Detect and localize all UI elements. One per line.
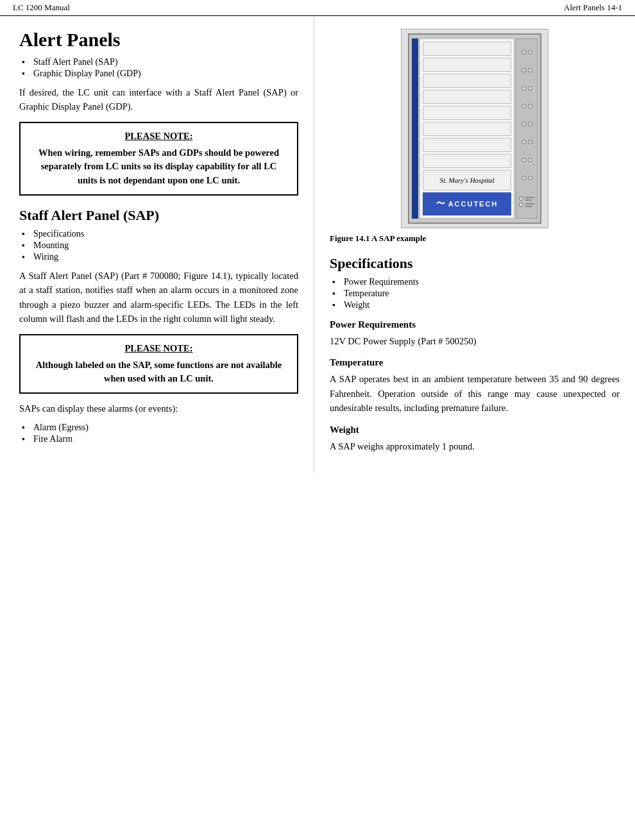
list-item: Staff Alert Panel (SAP) — [19, 57, 298, 67]
led — [528, 140, 532, 144]
sap-section-title: Staff Alert Panel (SAP) — [19, 207, 298, 224]
power-req-title: Power Requirements — [330, 319, 620, 330]
sap-intro-text: A Staff Alert Panel (SAP) (Part # 700080… — [19, 269, 298, 326]
weight-title: Weight — [330, 424, 620, 435]
specifications-title: Specifications — [330, 255, 620, 272]
sap-slot-5 — [423, 106, 511, 120]
list-item: Mounting — [19, 240, 298, 251]
temp-title: Temperature — [330, 357, 620, 368]
led — [528, 176, 532, 180]
note-box-1: PLEASE NOTE: When wiring, remember SAPs … — [19, 122, 298, 196]
note-box-2: PLEASE NOTE: Although labeled on the SAP… — [19, 334, 298, 394]
led-pair-1 — [521, 50, 532, 55]
led — [528, 86, 532, 90]
led-pair-3 — [521, 86, 532, 90]
list-item: Specifications — [19, 229, 298, 239]
list-item: Power Requirements — [330, 277, 620, 287]
sap-slot-2 — [423, 58, 511, 72]
led-pair-2 — [521, 68, 532, 72]
led — [521, 176, 526, 180]
led — [528, 68, 532, 72]
led — [521, 86, 526, 90]
led — [528, 50, 532, 55]
list-item: Fire Alarm — [19, 434, 298, 444]
led-bottom-1 — [519, 196, 523, 201]
note2-body: Although labeled on the SAP, some functi… — [31, 358, 287, 387]
led — [521, 140, 526, 144]
note2-title: PLEASE NOTE: — [125, 343, 193, 353]
sap-bullet-list: Specifications Mounting Wiring — [19, 229, 298, 262]
temp-text: A SAP operates best in an ambient temper… — [330, 372, 620, 415]
header-right: Alert Panels 14-1 — [564, 3, 622, 13]
list-item: Alarm (Egress) — [19, 423, 298, 433]
logo-icon: 〜 — [436, 198, 446, 210]
main-title: Alert Panels — [19, 29, 298, 51]
led-bottom-2 — [519, 203, 523, 207]
intro-bullet-list: Staff Alert Panel (SAP) Graphic Display … — [19, 57, 298, 79]
list-item: Wiring — [19, 252, 298, 262]
sap-image: St. Mary's Hospital 〜 ACCUTECH — [401, 29, 548, 228]
led — [528, 158, 532, 162]
led — [521, 104, 526, 108]
page-body: Alert Panels Staff Alert Panel (SAP) Gra… — [0, 16, 635, 473]
blue-stripe — [412, 38, 418, 219]
led — [521, 158, 526, 162]
led-pair-7 — [521, 158, 532, 162]
led-pair-8 — [521, 176, 532, 180]
led-pair-5 — [521, 122, 532, 126]
sap-slot-8 — [423, 154, 511, 168]
right-column: St. Mary's Hospital 〜 ACCUTECH — [314, 16, 635, 473]
alarms-intro: SAPs can display these alarms (or events… — [19, 401, 298, 416]
led — [521, 50, 526, 55]
led — [521, 122, 526, 126]
logo-text: ACCUTECH — [448, 200, 498, 208]
sap-slot-7 — [423, 138, 511, 152]
led-pair-4 — [521, 104, 532, 108]
sap-slot-6 — [423, 122, 511, 136]
list-item: Graphic Display Panel (GDP) — [19, 69, 298, 79]
intro-text: If desired, the LC unit can interface wi… — [19, 85, 298, 114]
weight-text: A SAP weighs approximately 1 pound. — [330, 439, 620, 453]
power-req-text: 12V DC Power Supply (Part # 500250) — [330, 334, 620, 348]
alarm-bullet-list: Alarm (Egress) Fire Alarm — [19, 423, 298, 444]
led — [528, 104, 532, 108]
left-column: Alert Panels Staff Alert Panel (SAP) Gra… — [0, 16, 314, 473]
led — [528, 122, 532, 126]
page-header: LC 1200 Manual Alert Panels 14-1 — [0, 0, 635, 16]
list-item: Weight — [330, 300, 620, 310]
figure-caption: Figure 14.1 A SAP example — [330, 233, 620, 244]
spec-bullet-list: Power Requirements Temperature Weight — [330, 277, 620, 310]
sap-slot-3 — [423, 74, 511, 88]
sap-slot-4 — [423, 90, 511, 104]
sap-slot-1 — [423, 42, 511, 56]
list-item: Temperature — [330, 289, 620, 299]
led-pair-6 — [521, 140, 532, 144]
note1-title: PLEASE NOTE: — [125, 131, 193, 141]
accutech-logo: 〜 ACCUTECH — [423, 192, 511, 215]
note1-body: When wiring, remember SAPs and GDPs shou… — [31, 146, 287, 188]
hospital-label: St. Mary's Hospital — [423, 170, 511, 190]
header-left: LC 1200 Manual — [13, 3, 70, 13]
led — [521, 68, 526, 72]
